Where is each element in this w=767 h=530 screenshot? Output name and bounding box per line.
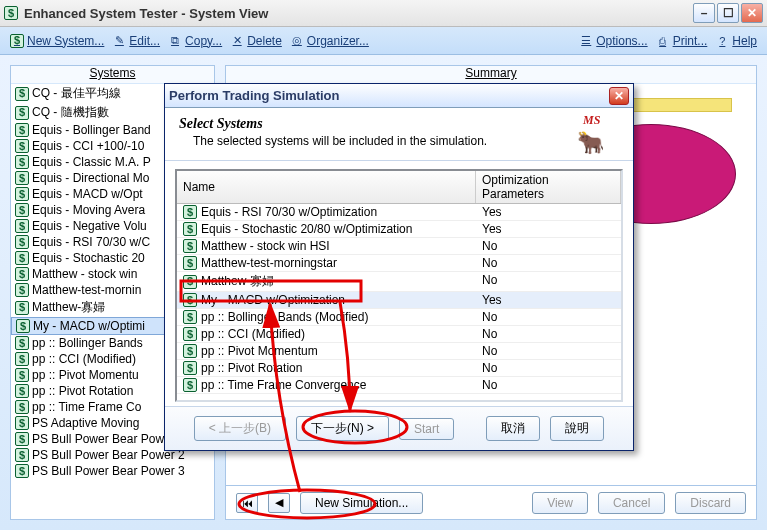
- ms-bull-logo: MS 🐂: [573, 116, 619, 152]
- systems-list-item-label: pp :: Pivot Rotation: [32, 384, 133, 398]
- new-simulation-button[interactable]: New Simulation...: [300, 492, 423, 514]
- dollar-icon: $: [15, 155, 29, 169]
- window-titlebar: $ Enhanced System Tester - System View –…: [0, 0, 767, 27]
- next-button[interactable]: 下一步(N) >: [296, 416, 389, 441]
- dollar-icon: $: [15, 187, 29, 201]
- table-row[interactable]: $Matthew-寡婦No: [177, 272, 621, 292]
- dollar-icon: $: [183, 344, 197, 358]
- dollar-icon: $: [15, 448, 29, 462]
- systems-list-item-label: pp :: Bollinger Bands: [32, 336, 143, 350]
- new-system-button[interactable]: $New System...: [6, 32, 108, 50]
- discard-button[interactable]: Discard: [675, 492, 746, 514]
- systems-list-item-label: Equis - RSI 70/30 w/C: [32, 235, 150, 249]
- systems-list-item-label: Equis - MACD w/Opt: [32, 187, 143, 201]
- minimize-button[interactable]: –: [693, 3, 715, 23]
- copy-button[interactable]: ⧉Copy...: [164, 32, 226, 50]
- row-name: pp :: Bollinger Bands (Modified): [201, 310, 368, 324]
- dollar-icon: $: [15, 336, 29, 350]
- organizer-icon: ◎: [290, 34, 304, 48]
- systems-list-item-label: PS Bull Power Bear Power 1: [32, 432, 185, 446]
- col-name[interactable]: Name: [177, 171, 476, 203]
- dollar-icon: $: [15, 171, 29, 185]
- dollar-icon: $: [183, 205, 197, 219]
- systems-list-item-label: Matthew-寡婦: [32, 299, 105, 316]
- dollar-icon: $: [183, 239, 197, 253]
- row-name: Equis - RSI 70/30 w/Optimization: [201, 205, 377, 219]
- systems-table-header: Name Optimization Parameters: [177, 171, 621, 204]
- first-button[interactable]: ⏮: [236, 493, 258, 513]
- table-row[interactable]: $pp :: Pivot RotationNo: [177, 360, 621, 377]
- row-optimization: No: [476, 360, 621, 376]
- summary-header: Summary: [226, 66, 756, 84]
- table-row[interactable]: $pp :: Time Frame ConvergenceNo: [177, 377, 621, 394]
- dollar-icon: $: [15, 123, 29, 137]
- systems-list-item-label: Equis - Bollinger Band: [32, 123, 151, 137]
- copy-icon: ⧉: [168, 34, 182, 48]
- window-close-button[interactable]: ✕: [741, 3, 763, 23]
- systems-list-item-label: Equis - Directional Mo: [32, 171, 149, 185]
- dollar-icon: $: [183, 310, 197, 324]
- help-button[interactable]: ?Help: [711, 32, 761, 50]
- dollar-icon: $: [10, 34, 24, 48]
- dialog-title: Perform Trading Simulation: [169, 88, 339, 103]
- dialog-cancel-button[interactable]: 取消: [486, 416, 540, 441]
- dollar-icon: $: [183, 256, 197, 270]
- dollar-icon: $: [183, 222, 197, 236]
- print-button[interactable]: ⎙Print...: [652, 32, 712, 50]
- row-name: pp :: Time Frame Convergence: [201, 378, 366, 392]
- systems-list-item-label: pp :: Time Frame Co: [32, 400, 141, 414]
- dollar-icon: $: [15, 106, 29, 120]
- edit-button[interactable]: ✎Edit...: [108, 32, 164, 50]
- systems-header: Systems: [11, 66, 214, 84]
- cancel-button[interactable]: Cancel: [598, 492, 665, 514]
- row-optimization: No: [476, 343, 621, 359]
- systems-list-item-label: Equis - Negative Volu: [32, 219, 147, 233]
- summary-bottom-bar: ⏮ ◀ New Simulation... View Cancel Discar…: [226, 485, 756, 519]
- print-icon: ⎙: [656, 34, 670, 48]
- table-row[interactable]: $Equis - RSI 70/30 w/OptimizationYes: [177, 204, 621, 221]
- systems-list-item-label: PS Bull Power Bear Power 3: [32, 464, 185, 478]
- dialog-header: Select Systems The selected systems will…: [165, 108, 633, 161]
- table-row[interactable]: $pp :: CCI (Modified)No: [177, 326, 621, 343]
- dialog-close-button[interactable]: ✕: [609, 87, 629, 105]
- systems-list-item-label: CQ - 最佳平均線: [32, 85, 121, 102]
- organizer-button[interactable]: ◎Organizer...: [286, 32, 373, 50]
- maximize-button[interactable]: ☐: [717, 3, 739, 23]
- row-name: Matthew-寡婦: [201, 273, 274, 290]
- dialog-titlebar: Perform Trading Simulation ✕: [165, 84, 633, 108]
- table-row[interactable]: $pp :: Bollinger Bands (Modified)No: [177, 309, 621, 326]
- row-optimization: No: [476, 377, 621, 393]
- dollar-icon: $: [15, 400, 29, 414]
- dollar-icon: $: [15, 416, 29, 430]
- row-optimization: Yes: [476, 292, 621, 308]
- dollar-icon: $: [183, 327, 197, 341]
- dialog-help-button[interactable]: 說明: [550, 416, 604, 441]
- delete-button[interactable]: ✕Delete: [226, 32, 286, 50]
- prev-button[interactable]: ◀: [268, 493, 290, 513]
- dollar-icon: $: [15, 203, 29, 217]
- table-row[interactable]: $Matthew-test-morningstarNo: [177, 255, 621, 272]
- pencil-icon: ✎: [112, 34, 126, 48]
- dollar-icon: $: [183, 378, 197, 392]
- start-button[interactable]: Start: [399, 418, 454, 440]
- table-row[interactable]: $Equis - Stochastic 20/80 w/Optimization…: [177, 221, 621, 238]
- systems-list-item-label: PS Adaptive Moving: [32, 416, 139, 430]
- systems-table[interactable]: Name Optimization Parameters $Equis - RS…: [175, 169, 623, 402]
- dollar-icon: $: [183, 275, 197, 289]
- row-name: pp :: Pivot Rotation: [201, 361, 302, 375]
- table-row[interactable]: $pp :: Pivot MomentumNo: [177, 343, 621, 360]
- systems-list-item-label: Equis - Stochastic 20: [32, 251, 145, 265]
- view-button[interactable]: View: [532, 492, 588, 514]
- dollar-icon: $: [15, 139, 29, 153]
- options-button[interactable]: ☰Options...: [575, 32, 651, 50]
- col-optimization[interactable]: Optimization Parameters: [476, 171, 621, 203]
- back-button[interactable]: < 上一步(B): [194, 416, 286, 441]
- table-row[interactable]: $Matthew - stock win HSINo: [177, 238, 621, 255]
- systems-list-item[interactable]: $PS Bull Power Bear Power 3: [11, 463, 214, 479]
- table-row[interactable]: $My - MACD w/OptimizationYes: [177, 292, 621, 309]
- row-name: pp :: CCI (Modified): [201, 327, 305, 341]
- app-icon: $: [4, 6, 18, 20]
- dollar-icon: $: [15, 301, 29, 315]
- systems-list-item-label: Matthew-test-mornin: [32, 283, 141, 297]
- simulation-wizard-dialog: Perform Trading Simulation ✕ Select Syst…: [164, 83, 634, 451]
